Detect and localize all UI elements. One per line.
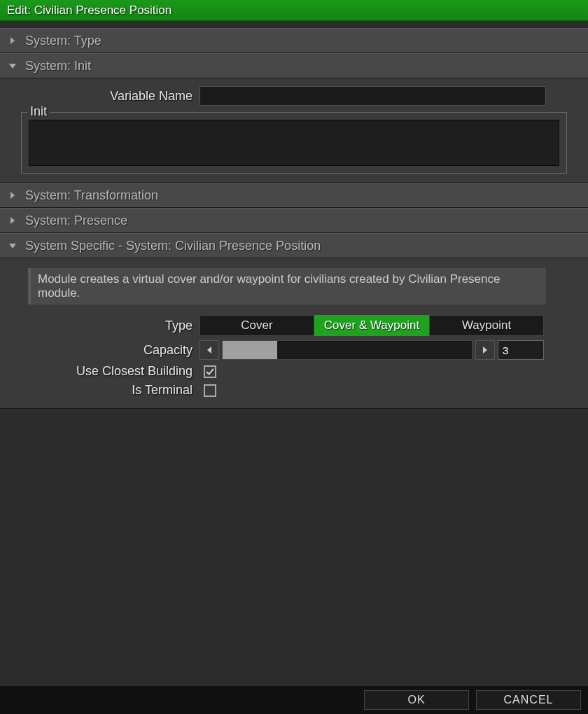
chevron-right-icon [6, 192, 20, 199]
use-closest-label: Use Closest Building [0, 364, 200, 379]
chevron-right-icon [6, 37, 20, 44]
capacity-label: Capacity [0, 343, 200, 358]
variable-name-label: Variable Name [0, 89, 200, 104]
check-icon [206, 368, 214, 376]
variable-name-input[interactable] [200, 86, 546, 106]
type-option-waypoint[interactable]: Waypoint [429, 315, 544, 336]
chevron-down-icon [6, 242, 20, 249]
section-label-type: System: Type [25, 34, 102, 48]
capacity-slider [200, 340, 544, 360]
init-textarea[interactable] [29, 120, 559, 166]
type-option-cover[interactable]: Cover [200, 315, 314, 336]
row-type: Type Cover Cover & Waypoint Waypoint [0, 313, 588, 338]
triangle-left-icon [206, 346, 213, 354]
window-title: Edit: Civilian Presence Position [7, 4, 172, 18]
init-fieldset: Init [21, 112, 567, 174]
row-variable-name: Variable Name [0, 84, 588, 108]
cancel-button[interactable]: CANCEL [476, 690, 581, 710]
use-closest-checkbox[interactable] [204, 365, 216, 378]
module-description: Module creates a virtual cover and/or wa… [28, 268, 546, 304]
capacity-slider-track[interactable] [222, 340, 472, 360]
is-terminal-label: Is Terminal [0, 383, 200, 398]
section-header-presence[interactable]: System: Presence [0, 208, 588, 233]
type-label: Type [0, 318, 200, 333]
section-label-init: System: Init [25, 59, 91, 74]
section-header-type[interactable]: System: Type [0, 28, 588, 53]
ok-button[interactable]: OK [364, 690, 469, 710]
title-bar: Edit: Civilian Presence Position [0, 0, 588, 21]
chevron-down-icon [6, 62, 20, 69]
row-is-terminal: Is Terminal [0, 381, 588, 400]
footer: OK CANCEL [0, 686, 588, 714]
is-terminal-checkbox[interactable] [204, 384, 216, 397]
type-option-cover-waypoint[interactable]: Cover & Waypoint [314, 315, 429, 336]
section-header-specific[interactable]: System Specific - System: Civilian Prese… [0, 233, 588, 258]
section-header-init[interactable]: System: Init [0, 53, 588, 78]
section-label-transformation: System: Transformation [25, 188, 158, 203]
row-capacity: Capacity [0, 338, 588, 362]
capacity-value-input[interactable] [498, 340, 544, 360]
type-segmented: Cover Cover & Waypoint Waypoint [200, 315, 544, 336]
capacity-increase-button[interactable] [475, 340, 495, 360]
content-area: System: Type System: Init Variable Name … [0, 28, 588, 686]
row-use-closest: Use Closest Building [0, 362, 588, 381]
section-body-specific: Module creates a virtual cover and/or wa… [0, 258, 588, 409]
chevron-right-icon [6, 217, 20, 224]
triangle-right-icon [482, 346, 489, 354]
section-header-transformation[interactable]: System: Transformation [0, 183, 588, 208]
section-label-presence: System: Presence [25, 214, 127, 228]
capacity-decrease-button[interactable] [200, 340, 219, 360]
capacity-slider-fill [223, 341, 277, 359]
section-body-init: Variable Name Init [0, 78, 588, 183]
section-label-specific: System Specific - System: Civilian Prese… [25, 239, 321, 253]
init-legend: Init [27, 104, 50, 119]
